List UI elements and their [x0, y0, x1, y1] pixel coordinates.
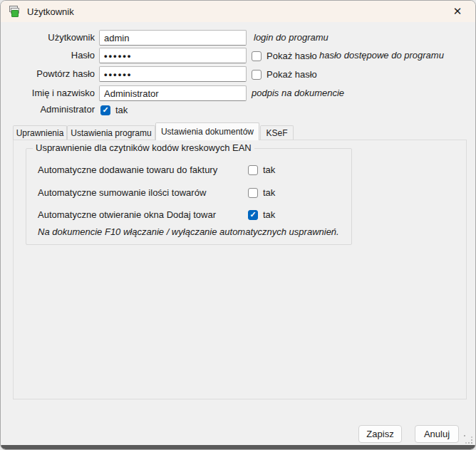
auto-add-label: Automatyczne dodawanie towaru do faktury [38, 164, 217, 176]
auto-open-checkbox[interactable]: ✓ [248, 210, 258, 220]
tab-panel-ustawienia-dokumentow: Usprawnienie dla czytników kodów kreskow… [13, 140, 467, 399]
auto-sum-checkbox-row[interactable]: tak [248, 187, 275, 198]
full-name-input[interactable] [99, 85, 247, 101]
password-label: Hasło [1, 48, 95, 63]
check-icon: ✓ [102, 106, 108, 114]
option-row-auto-sum: Automatyczne sumowanie ilości towarów ta… [26, 187, 351, 199]
full-name-note: podpis na dokumencie [252, 85, 344, 101]
show-repeat-password-checkbox-label: Pokaż hasło [267, 69, 317, 80]
option-row-auto-open: Automatyczne otwieranie okna Dodaj towar… [26, 209, 351, 221]
dialog-body: Użytkownik login do programu Hasło Pokaż… [1, 22, 475, 445]
username-input[interactable] [99, 30, 247, 46]
username-label: Użytkownik [1, 30, 95, 46]
tab-ustawienia-dokumentow[interactable]: Ustawienia dokumentów [155, 122, 259, 140]
ean-groupbox-title: Usprawnienie dla czytników kodów kreskow… [33, 142, 254, 153]
check-icon: ✓ [249, 211, 256, 219]
password-input[interactable] [99, 48, 247, 63]
titlebar[interactable]: Użytkownik ✕ [1, 1, 475, 22]
auto-add-checkbox[interactable] [248, 165, 258, 175]
administrator-label: Administrator [1, 104, 95, 115]
show-password-checkbox[interactable] [252, 51, 262, 61]
tab-ustawienia-programu[interactable]: Ustawienia programu [67, 125, 155, 140]
administrator-checkbox[interactable]: ✓ [100, 105, 110, 115]
show-repeat-password-checkbox[interactable] [252, 70, 262, 80]
cancel-button[interactable]: Anuluj [415, 425, 459, 443]
auto-open-checkbox-row[interactable]: ✓ tak [248, 209, 275, 220]
app-icon [9, 6, 21, 17]
window-title: Użytkownik [27, 6, 74, 17]
auto-sum-checkbox[interactable] [248, 188, 258, 198]
show-repeat-password-checkbox-row[interactable]: Pokaż hasło [252, 69, 317, 80]
tab-ksef[interactable]: KSeF [260, 125, 294, 140]
tab-uprawnienia[interactable]: Uprawnienia [13, 125, 67, 140]
repeat-password-label: Powtórz hasło [1, 66, 95, 82]
administrator-checkbox-label: tak [115, 105, 128, 115]
resize-grip[interactable] [464, 435, 472, 444]
option-row-auto-add: Automatyczne dodawanie towaru do faktury… [26, 164, 351, 176]
window-bottom-edge [1, 445, 475, 449]
show-password-checkbox-label: Pokaż hasło [267, 51, 317, 61]
username-note: login do programu [254, 30, 328, 46]
close-button[interactable]: ✕ [445, 2, 470, 21]
administrator-checkbox-row[interactable]: ✓ tak [100, 105, 128, 115]
auto-sum-label: Automatyczne sumowanie ilości towarów [38, 187, 206, 199]
show-password-checkbox-row[interactable]: Pokaż hasło [252, 51, 317, 61]
auto-sum-checkbox-label: tak [263, 187, 275, 198]
repeat-password-input[interactable] [99, 66, 247, 82]
full-name-label: Imię i nazwisko [1, 85, 95, 101]
ean-groupbox: Usprawnienie dla czytników kodów kreskow… [26, 148, 352, 245]
auto-add-checkbox-row[interactable]: tak [248, 164, 275, 175]
save-button[interactable]: Zapisz [358, 425, 402, 443]
auto-open-label: Automatyczne otwieranie okna Dodaj towar [38, 209, 216, 221]
auto-add-checkbox-label: tak [263, 164, 275, 175]
app-icon-green-layer [11, 10, 19, 17]
user-dialog: Użytkownik ✕ Użytkownik login do program… [0, 0, 476, 450]
close-icon: ✕ [453, 5, 462, 18]
groupbox-note: Na dokumencie F10 włączanie / wyłączanie… [38, 226, 339, 237]
password-note: hasło dostępowe do programu [319, 48, 444, 63]
auto-open-checkbox-label: tak [263, 209, 275, 220]
